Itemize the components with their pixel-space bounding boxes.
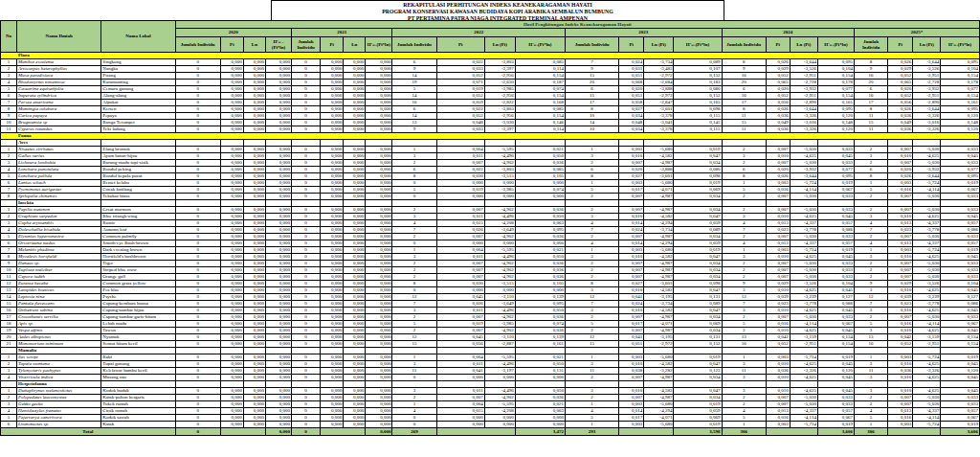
ln-cell: 0,000 <box>243 328 265 334</box>
pi-cell: 0,000 <box>220 247 243 254</box>
species-no: 4 <box>1 167 17 173</box>
year-count-cell: 6 <box>855 167 888 173</box>
year-count-cell: 3 <box>392 153 436 160</box>
pi-cell: 0,003 <box>619 180 644 187</box>
ln-cell: 0,000 <box>243 100 265 106</box>
pi-cell: 0,030 <box>436 281 484 287</box>
ln-cell: -5,680 <box>644 147 674 153</box>
year-count-cell: 7 <box>855 301 888 308</box>
h-index-cell: 0,000 <box>265 153 291 160</box>
ln-cell: 0,000 <box>344 173 366 180</box>
species-no: 3 <box>1 401 17 408</box>
species-scientific-name: Sus scrofa <box>17 354 101 361</box>
ln-cell: -2,972 <box>644 73 674 80</box>
species-no: 16 <box>1 308 17 314</box>
empty-cell <box>321 348 344 354</box>
pi-cell: 0,019 <box>436 187 484 194</box>
species-no: 1 <box>1 388 17 395</box>
h-index-cell: 0,000 <box>265 267 291 274</box>
species-row: 8Mycalesis horsfieldiHorsfield's bushbro… <box>1 254 980 261</box>
species-scientific-name: Gekko gecko <box>17 401 101 408</box>
species-row: 1Papilio memnonGreat mormon00,0000,0000,… <box>1 207 980 214</box>
year-count-cell: 9 <box>722 66 766 73</box>
h-index-cell: 0,086 <box>941 301 980 308</box>
year-count-cell: 3 <box>392 254 436 261</box>
ln-cell: -3,778 <box>790 301 817 308</box>
pi-cell: 0,007 <box>766 160 790 167</box>
ln-cell: 0,000 <box>243 267 265 274</box>
h-index-cell: 0,134 <box>941 334 980 341</box>
h-index-cell: 0,120 <box>941 368 980 375</box>
year-count-cell: 0 <box>292 86 321 93</box>
species-local-name: Dark evening brown <box>101 247 175 254</box>
ln-cell: 0,000 <box>243 395 265 401</box>
ln-cell: 0,000 <box>243 167 265 173</box>
ln-cell: -3,326 <box>790 368 817 375</box>
h-index-cell: 0,000 <box>515 422 565 428</box>
ln-cell: 0,000 <box>243 261 265 267</box>
h-index-cell: 0,034 <box>674 234 722 240</box>
h-index-cell: 0,145 <box>674 120 722 126</box>
species-local-name: Striped blue crow <box>101 267 175 274</box>
species-local-name: Singkong <box>101 59 175 66</box>
year-count-cell: 2 <box>855 314 888 321</box>
year-count-cell: 0 <box>175 220 220 227</box>
ln-cell: -5,030 <box>790 314 817 321</box>
year-count-cell: 2 <box>566 234 619 240</box>
year-count-cell: 1 <box>392 354 436 361</box>
ln-cell: 0,000 <box>344 120 366 126</box>
h-index-cell: 0,120 <box>817 113 854 120</box>
pi-cell: 0,022 <box>436 106 484 113</box>
metric-header: Ln <box>344 37 366 53</box>
h-index-cell: 0,019 <box>674 180 722 187</box>
pi-cell: 0,000 <box>220 361 243 368</box>
ln-cell: -5,680 <box>644 354 674 361</box>
h-index-cell: 0,095 <box>515 227 565 234</box>
pi-cell: 0,000 <box>220 59 243 66</box>
species-local-name: Capung-sambar hijau <box>101 308 175 314</box>
h-index-cell: 0,000 <box>366 106 392 113</box>
year-count-cell: 0 <box>175 287 220 294</box>
ln-cell: -3,778 <box>913 227 941 234</box>
pi-cell: 0,000 <box>321 354 344 361</box>
h-index-cell: 0,154 <box>817 93 854 100</box>
species-row: 5Elymnias hypermnestraCommon palmfly00,0… <box>1 234 980 240</box>
ln-cell: -4,625 <box>913 214 941 220</box>
h-index-cell: 0,000 <box>265 334 291 341</box>
year-count-cell: 2 <box>722 207 766 214</box>
h-index-cell: 0,146 <box>515 120 565 126</box>
h-index-cell: 0,000 <box>366 314 392 321</box>
pi-cell: 0,015 <box>436 220 484 227</box>
ln-cell: -3,985 <box>484 321 515 328</box>
species-row: 4Lonchura punctulataBondol peking00,0000… <box>1 167 980 173</box>
ln-cell: -3,649 <box>484 301 515 308</box>
empty-cell <box>321 200 344 207</box>
h-index-cell: 0,019 <box>674 422 722 428</box>
year-count-cell: 0 <box>392 240 436 247</box>
species-no: 5 <box>1 415 17 422</box>
species-no: 12 <box>1 281 17 287</box>
pi-cell: 0,007 <box>436 160 484 167</box>
ln-cell: 0,000 <box>484 375 515 381</box>
h-index-cell: 0,114 <box>515 66 565 73</box>
year-count-cell: 0 <box>292 180 321 187</box>
year-count-cell: 13 <box>392 120 436 126</box>
species-scientific-name: Nisaetus cirrhatus <box>17 147 101 153</box>
year-count-cell: 2 <box>855 207 888 214</box>
pi-cell: 0,007 <box>888 147 913 153</box>
total-row: Total00,00000,0002693,4722933,5983063,60… <box>1 428 980 436</box>
total-h-index: 3,606 <box>817 428 854 436</box>
year-count-cell: 11 <box>392 368 436 375</box>
h-index-cell: 0,045 <box>817 375 854 381</box>
pi-cell: 0,000 <box>220 308 243 314</box>
ln-cell: -3,110 <box>484 334 515 341</box>
empty-cell <box>344 200 366 207</box>
pi-cell: 0,030 <box>436 173 484 180</box>
pi-cell: 0,051 <box>619 341 644 348</box>
year-count-cell: 3 <box>722 153 766 160</box>
ln-cell: -3,644 <box>913 59 941 66</box>
ln-cell: -4,496 <box>484 254 515 261</box>
empty-cell <box>674 348 722 354</box>
species-scientific-name: Imperata cylindrica <box>17 93 101 100</box>
year-count-cell: 8 <box>392 173 436 180</box>
